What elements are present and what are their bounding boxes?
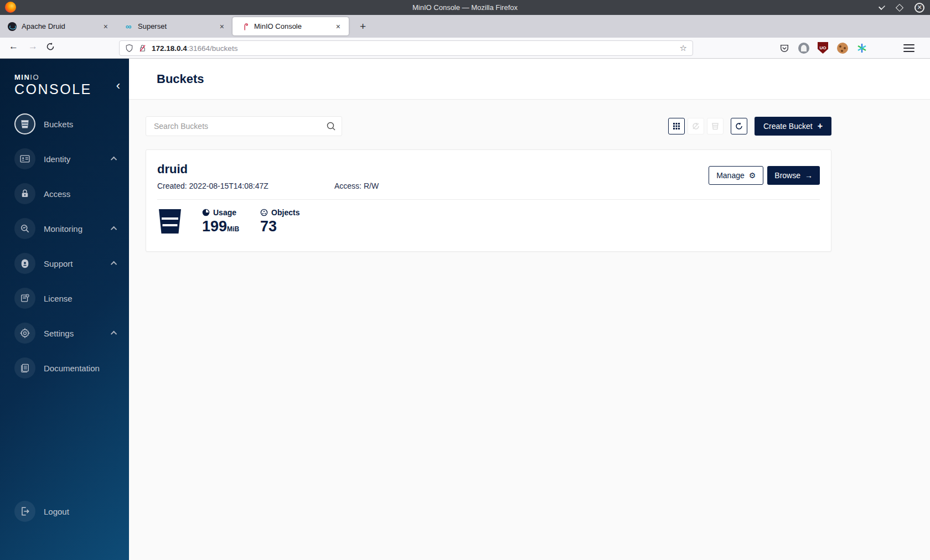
delete-bucket-button[interactable] xyxy=(707,118,724,134)
bucket-card-buttons: Manage ⚙ Browse → xyxy=(709,166,820,190)
page-title: Buckets xyxy=(157,72,204,86)
browser-navbar: ← → 172.18.0.4:31664/buckets ☆ UO xyxy=(0,38,930,59)
sidebar-item-monitoring[interactable]: Monitoring xyxy=(14,218,129,239)
bucket-name[interactable]: druid xyxy=(157,162,379,177)
minimize-icon[interactable] xyxy=(879,3,885,9)
close-tab-icon[interactable]: × xyxy=(333,21,343,32)
sidebar-item-label: Settings xyxy=(44,329,74,338)
tab-label: Apache Druid xyxy=(22,22,96,30)
documentation-book-icon xyxy=(14,357,35,378)
back-button[interactable]: ← xyxy=(9,41,18,52)
bucket-icon xyxy=(157,208,183,237)
objects-metric: Objects 73 xyxy=(260,208,299,234)
tab-label: MinIO Console xyxy=(254,22,328,30)
usage-value: 199 xyxy=(202,218,227,235)
extension-icons: UO xyxy=(777,40,869,55)
sidebar-item-label: Buckets xyxy=(44,120,73,129)
ublock-origin-icon[interactable]: UO xyxy=(815,40,830,55)
plus-icon: + xyxy=(818,121,823,131)
menu-hamburger-icon[interactable] xyxy=(903,42,914,53)
bucket-card-druid[interactable]: druid Created: 2022-08-15T14:08:47Z Acce… xyxy=(146,149,831,252)
sidebar-item-label: Support xyxy=(44,259,73,268)
close-window-icon[interactable]: ✕ xyxy=(914,3,924,13)
new-tab-button[interactable]: + xyxy=(355,19,370,34)
chevron-up-icon[interactable] xyxy=(111,226,117,232)
manage-button[interactable]: Manage ⚙ xyxy=(709,166,763,185)
chevron-up-icon[interactable] xyxy=(111,261,117,267)
tab-apache-druid[interactable]: Apache Druid × xyxy=(0,15,116,38)
close-tab-icon[interactable]: × xyxy=(101,21,111,32)
sidebar-item-label: Documentation xyxy=(44,364,100,373)
close-tab-icon[interactable]: × xyxy=(217,21,227,32)
sidebar-item-identity[interactable]: Identity xyxy=(14,148,129,169)
reload-button[interactable] xyxy=(46,42,55,54)
collapse-sidebar-icon[interactable]: ‹ xyxy=(116,79,120,93)
sidebar-item-documentation[interactable]: Documentation xyxy=(14,357,129,378)
sidebar: MINIO CONSOLE ‹ Buckets Identity xyxy=(0,59,129,560)
bookmark-star-icon[interactable]: ☆ xyxy=(680,43,687,53)
insecure-lock-icon[interactable] xyxy=(138,44,147,53)
bucket-created: Created: 2022-08-15T14:08:47Z xyxy=(157,182,334,190)
sidebar-item-label: License xyxy=(44,294,73,303)
card-divider xyxy=(157,199,820,200)
tab-superset[interactable]: ∞ Superset × xyxy=(116,15,232,38)
multi-account-container-icon[interactable] xyxy=(854,40,869,55)
bucket-info: druid Created: 2022-08-15T14:08:47Z Acce… xyxy=(157,162,379,190)
minio-console-app: MINIO CONSOLE ‹ Buckets Identity xyxy=(0,59,930,560)
search-input[interactable] xyxy=(146,116,342,136)
sidebar-item-logout[interactable]: Logout xyxy=(14,501,69,522)
sidebar-item-buckets[interactable]: Buckets xyxy=(14,113,129,134)
window-titlebar: MinIO Console — Mozilla Firefox ✕ xyxy=(0,0,930,15)
sidebar-item-support[interactable]: Support xyxy=(14,253,129,274)
usage-unit: MiB xyxy=(227,225,239,233)
chevron-up-icon[interactable] xyxy=(111,331,117,337)
url-bar[interactable]: 172.18.0.4:31664/buckets ☆ xyxy=(119,40,693,56)
sidebar-item-label: Access xyxy=(44,189,70,199)
search-icon xyxy=(326,121,337,134)
pocket-icon[interactable] xyxy=(777,40,792,55)
toolbar-actions: Create Bucket + xyxy=(668,117,831,136)
identity-card-icon xyxy=(14,148,35,169)
objects-label: Objects xyxy=(271,208,299,217)
account-profile-icon[interactable] xyxy=(796,40,811,55)
window-controls: ✕ xyxy=(879,0,924,15)
browse-button[interactable]: Browse → xyxy=(767,166,820,185)
objects-icon xyxy=(260,209,268,216)
logout-icon xyxy=(14,501,35,522)
usage-metric: Usage 199MiB xyxy=(202,208,239,234)
forward-button[interactable]: → xyxy=(28,41,38,52)
bucket-icon xyxy=(14,113,35,134)
create-bucket-button[interactable]: Create Bucket + xyxy=(755,117,831,136)
sidebar-item-access[interactable]: Access xyxy=(14,183,129,204)
usage-pie-icon xyxy=(202,209,210,216)
bucket-access: Access: R/W xyxy=(334,182,379,190)
content-area: Create Bucket + druid Created: 2022-08-1… xyxy=(129,100,930,560)
url-text[interactable]: 172.18.0.4:31664/buckets xyxy=(152,44,675,53)
gear-icon: ⚙ xyxy=(749,171,756,180)
gear-icon xyxy=(14,323,35,344)
tab-label: Superset xyxy=(138,22,212,30)
refresh-button[interactable] xyxy=(731,118,747,134)
minio-console-logo: MINIO CONSOLE xyxy=(14,73,92,97)
support-icon xyxy=(14,253,35,274)
chevron-up-icon[interactable] xyxy=(111,157,117,163)
cookie-extension-icon[interactable] xyxy=(835,40,850,55)
tab-minio-console[interactable]: MinIO Console × xyxy=(232,17,349,35)
druid-icon xyxy=(8,22,17,31)
browser-tab-bar: Apache Druid × ∞ Superset × MinIO Consol… xyxy=(0,15,930,38)
page-header: Buckets xyxy=(129,59,930,100)
tracking-shield-icon[interactable] xyxy=(125,44,133,53)
firefox-logo-icon xyxy=(5,2,16,13)
sidebar-item-license[interactable]: License xyxy=(14,288,129,309)
lock-icon xyxy=(14,183,35,204)
grid-view-button[interactable] xyxy=(668,118,685,134)
sidebar-nav: Buckets Identity Access Monitoring xyxy=(0,113,129,392)
replication-button[interactable] xyxy=(688,118,704,134)
monitoring-magnifier-icon xyxy=(14,218,35,239)
objects-value: 73 xyxy=(260,219,299,234)
url-path: :31664/buckets xyxy=(187,44,238,53)
maximize-icon[interactable] xyxy=(896,3,903,11)
window-title: MinIO Console — Mozilla Firefox xyxy=(0,3,930,12)
license-document-icon xyxy=(14,288,35,309)
sidebar-item-settings[interactable]: Settings xyxy=(14,323,129,344)
